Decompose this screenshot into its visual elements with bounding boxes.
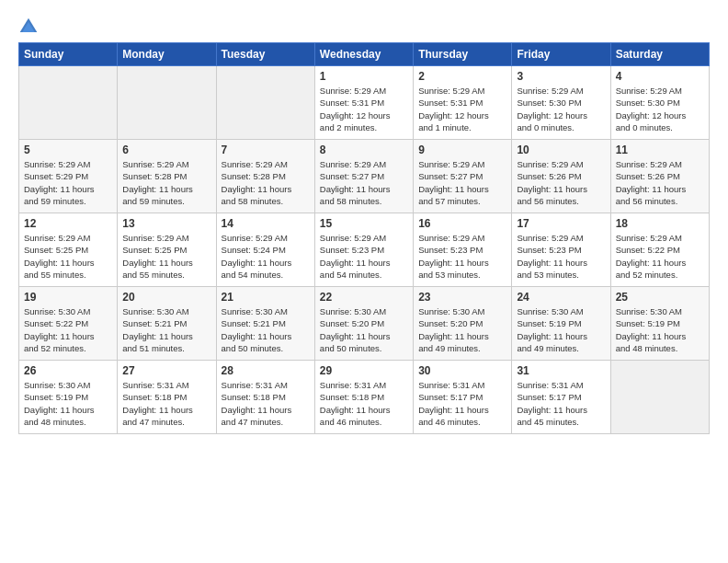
day-number: 27 xyxy=(122,364,210,377)
calendar-cell xyxy=(118,66,216,140)
calendar-week-row: 1Sunrise: 5:29 AMSunset: 5:31 PMDaylight… xyxy=(19,66,710,140)
calendar-cell: 10Sunrise: 5:29 AMSunset: 5:26 PMDayligh… xyxy=(512,140,610,213)
day-info: Sunrise: 5:30 AMSunset: 5:21 PMDaylight:… xyxy=(222,305,310,354)
day-number: 11 xyxy=(616,144,704,156)
day-info: Sunrise: 5:31 AMSunset: 5:18 PMDaylight:… xyxy=(320,379,408,428)
day-number: 21 xyxy=(222,291,310,304)
calendar-cell xyxy=(216,66,314,140)
calendar-cell: 7Sunrise: 5:29 AMSunset: 5:28 PMDaylight… xyxy=(216,140,314,213)
day-number: 6 xyxy=(122,144,210,156)
weekday-header: Friday xyxy=(512,43,610,66)
calendar-cell: 27Sunrise: 5:31 AMSunset: 5:18 PMDayligh… xyxy=(118,361,216,434)
calendar-cell: 16Sunrise: 5:29 AMSunset: 5:23 PMDayligh… xyxy=(414,213,512,287)
calendar-week-row: 12Sunrise: 5:29 AMSunset: 5:25 PMDayligh… xyxy=(19,213,710,287)
day-info: Sunrise: 5:29 AMSunset: 5:25 PMDaylight:… xyxy=(122,232,210,281)
day-number: 24 xyxy=(517,291,605,304)
day-number: 23 xyxy=(418,291,506,304)
weekday-header: Monday xyxy=(118,43,216,66)
calendar-week-row: 26Sunrise: 5:30 AMSunset: 5:19 PMDayligh… xyxy=(19,361,710,434)
day-info: Sunrise: 5:30 AMSunset: 5:22 PMDaylight:… xyxy=(24,305,112,354)
calendar-table: SundayMondayTuesdayWednesdayThursdayFrid… xyxy=(18,42,710,434)
weekday-header: Wednesday xyxy=(314,43,413,66)
day-number: 9 xyxy=(418,144,506,156)
weekday-header: Saturday xyxy=(610,43,709,66)
calendar-cell: 15Sunrise: 5:29 AMSunset: 5:23 PMDayligh… xyxy=(314,213,413,287)
day-number: 13 xyxy=(122,217,210,230)
day-number: 18 xyxy=(616,217,704,230)
day-info: Sunrise: 5:30 AMSunset: 5:20 PMDaylight:… xyxy=(320,305,408,354)
day-number: 29 xyxy=(320,364,408,377)
calendar-cell: 21Sunrise: 5:30 AMSunset: 5:21 PMDayligh… xyxy=(216,287,314,361)
calendar-week-row: 5Sunrise: 5:29 AMSunset: 5:29 PMDaylight… xyxy=(19,140,710,213)
day-info: Sunrise: 5:30 AMSunset: 5:19 PMDaylight:… xyxy=(616,305,704,354)
day-info: Sunrise: 5:29 AMSunset: 5:31 PMDaylight:… xyxy=(320,85,408,133)
calendar-cell: 4Sunrise: 5:29 AMSunset: 5:30 PMDaylight… xyxy=(610,66,709,140)
calendar-header-row: SundayMondayTuesdayWednesdayThursdayFrid… xyxy=(19,43,710,66)
calendar-cell: 29Sunrise: 5:31 AMSunset: 5:18 PMDayligh… xyxy=(314,361,413,434)
calendar-cell: 23Sunrise: 5:30 AMSunset: 5:20 PMDayligh… xyxy=(414,287,512,361)
day-info: Sunrise: 5:29 AMSunset: 5:27 PMDaylight:… xyxy=(418,158,506,207)
day-number: 20 xyxy=(122,291,210,304)
header xyxy=(18,17,710,37)
day-number: 12 xyxy=(24,217,112,230)
day-info: Sunrise: 5:29 AMSunset: 5:30 PMDaylight:… xyxy=(616,85,704,133)
weekday-header: Sunday xyxy=(19,43,118,66)
day-info: Sunrise: 5:29 AMSunset: 5:26 PMDaylight:… xyxy=(616,158,704,207)
day-number: 17 xyxy=(517,217,605,230)
day-number: 22 xyxy=(320,291,408,304)
day-info: Sunrise: 5:30 AMSunset: 5:20 PMDaylight:… xyxy=(418,305,506,354)
day-number: 1 xyxy=(320,70,408,83)
day-number: 5 xyxy=(24,144,112,156)
weekday-header: Tuesday xyxy=(216,43,314,66)
calendar-cell: 1Sunrise: 5:29 AMSunset: 5:31 PMDaylight… xyxy=(314,66,413,140)
day-info: Sunrise: 5:29 AMSunset: 5:30 PMDaylight:… xyxy=(517,85,605,133)
day-info: Sunrise: 5:29 AMSunset: 5:23 PMDaylight:… xyxy=(320,232,408,281)
calendar-cell xyxy=(19,66,118,140)
day-number: 3 xyxy=(517,70,605,83)
day-info: Sunrise: 5:29 AMSunset: 5:23 PMDaylight:… xyxy=(418,232,506,281)
day-number: 28 xyxy=(222,364,310,377)
calendar-cell: 18Sunrise: 5:29 AMSunset: 5:22 PMDayligh… xyxy=(610,213,709,287)
day-info: Sunrise: 5:29 AMSunset: 5:26 PMDaylight:… xyxy=(517,158,605,207)
calendar-cell: 17Sunrise: 5:29 AMSunset: 5:23 PMDayligh… xyxy=(512,213,610,287)
calendar-cell: 26Sunrise: 5:30 AMSunset: 5:19 PMDayligh… xyxy=(19,361,118,434)
day-info: Sunrise: 5:29 AMSunset: 5:27 PMDaylight:… xyxy=(320,158,408,207)
day-info: Sunrise: 5:29 AMSunset: 5:22 PMDaylight:… xyxy=(616,232,704,281)
day-number: 15 xyxy=(320,217,408,230)
day-info: Sunrise: 5:29 AMSunset: 5:28 PMDaylight:… xyxy=(222,158,310,207)
day-number: 26 xyxy=(24,364,112,377)
page: SundayMondayTuesdayWednesdayThursdayFrid… xyxy=(0,0,728,563)
day-number: 14 xyxy=(222,217,310,230)
logo xyxy=(18,17,42,37)
calendar-cell: 3Sunrise: 5:29 AMSunset: 5:30 PMDaylight… xyxy=(512,66,610,140)
calendar-cell: 14Sunrise: 5:29 AMSunset: 5:24 PMDayligh… xyxy=(216,213,314,287)
day-info: Sunrise: 5:29 AMSunset: 5:25 PMDaylight:… xyxy=(24,232,112,281)
day-info: Sunrise: 5:31 AMSunset: 5:18 PMDaylight:… xyxy=(222,379,310,428)
day-info: Sunrise: 5:31 AMSunset: 5:18 PMDaylight:… xyxy=(122,379,210,428)
day-number: 7 xyxy=(222,144,310,156)
day-number: 10 xyxy=(517,144,605,156)
calendar-cell: 28Sunrise: 5:31 AMSunset: 5:18 PMDayligh… xyxy=(216,361,314,434)
day-info: Sunrise: 5:29 AMSunset: 5:23 PMDaylight:… xyxy=(517,232,605,281)
day-number: 8 xyxy=(320,144,408,156)
calendar-cell: 24Sunrise: 5:30 AMSunset: 5:19 PMDayligh… xyxy=(512,287,610,361)
weekday-header: Thursday xyxy=(414,43,512,66)
day-info: Sunrise: 5:29 AMSunset: 5:28 PMDaylight:… xyxy=(122,158,210,207)
calendar-cell: 31Sunrise: 5:31 AMSunset: 5:17 PMDayligh… xyxy=(512,361,610,434)
calendar-cell: 8Sunrise: 5:29 AMSunset: 5:27 PMDaylight… xyxy=(314,140,413,213)
day-info: Sunrise: 5:29 AMSunset: 5:31 PMDaylight:… xyxy=(418,85,506,133)
calendar-cell: 2Sunrise: 5:29 AMSunset: 5:31 PMDaylight… xyxy=(414,66,512,140)
calendar-week-row: 19Sunrise: 5:30 AMSunset: 5:22 PMDayligh… xyxy=(19,287,710,361)
day-number: 2 xyxy=(418,70,506,83)
day-number: 25 xyxy=(616,291,704,304)
day-info: Sunrise: 5:31 AMSunset: 5:17 PMDaylight:… xyxy=(418,379,506,428)
logo-icon xyxy=(18,17,39,37)
calendar-cell: 6Sunrise: 5:29 AMSunset: 5:28 PMDaylight… xyxy=(118,140,216,213)
day-info: Sunrise: 5:29 AMSunset: 5:24 PMDaylight:… xyxy=(222,232,310,281)
day-number: 4 xyxy=(616,70,704,83)
day-info: Sunrise: 5:30 AMSunset: 5:19 PMDaylight:… xyxy=(517,305,605,354)
day-number: 16 xyxy=(418,217,506,230)
day-number: 31 xyxy=(517,364,605,377)
calendar-cell: 11Sunrise: 5:29 AMSunset: 5:26 PMDayligh… xyxy=(610,140,709,213)
calendar-cell: 9Sunrise: 5:29 AMSunset: 5:27 PMDaylight… xyxy=(414,140,512,213)
